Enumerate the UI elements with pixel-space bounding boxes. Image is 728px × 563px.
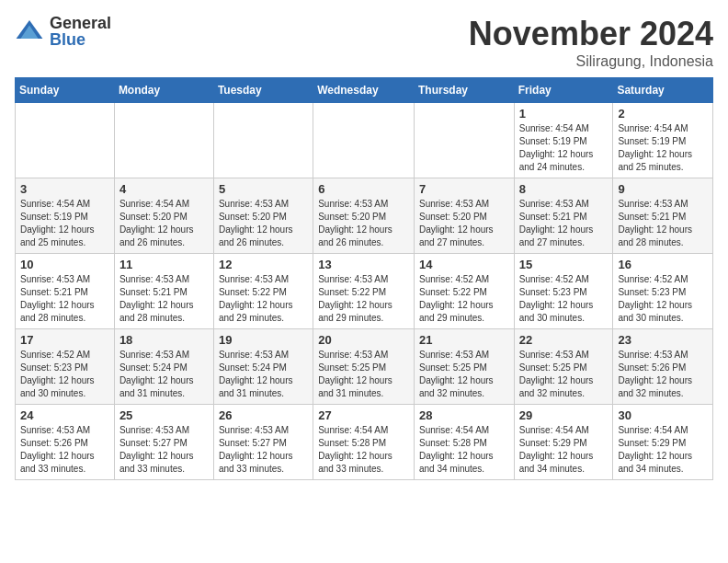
day-number: 14 (419, 258, 509, 271)
day-number: 28 (419, 408, 509, 422)
page-header: General Blue November 2024 Siliragung, I… (15, 15, 713, 70)
calendar-cell: 28Sunrise: 4:54 AM Sunset: 5:28 PM Dayli… (414, 405, 514, 480)
day-info: Sunrise: 4:53 AM Sunset: 5:26 PM Dayligh… (618, 349, 708, 400)
calendar-cell (16, 103, 115, 178)
day-number: 10 (20, 258, 109, 271)
calendar-cell: 6Sunrise: 4:53 AM Sunset: 5:20 PM Daylig… (313, 178, 415, 254)
day-number: 8 (519, 182, 609, 196)
day-info: Sunrise: 4:53 AM Sunset: 5:26 PM Dayligh… (20, 424, 109, 476)
day-info: Sunrise: 4:53 AM Sunset: 5:20 PM Dayligh… (318, 198, 409, 249)
logo: General Blue (15, 15, 111, 48)
calendar-week-row: 24Sunrise: 4:53 AM Sunset: 5:26 PM Dayli… (16, 405, 713, 480)
calendar-cell: 27Sunrise: 4:54 AM Sunset: 5:28 PM Dayli… (313, 405, 415, 480)
calendar-table: SundayMondayTuesdayWednesdayThursdayFrid… (15, 77, 713, 480)
day-number: 21 (419, 333, 509, 347)
calendar-cell: 2Sunrise: 4:54 AM Sunset: 5:19 PM Daylig… (613, 103, 713, 178)
day-number: 20 (318, 333, 409, 347)
day-number: 11 (119, 258, 209, 271)
calendar-cell (114, 103, 213, 178)
calendar-cell: 10Sunrise: 4:53 AM Sunset: 5:21 PM Dayli… (16, 254, 115, 329)
day-info: Sunrise: 4:54 AM Sunset: 5:19 PM Dayligh… (618, 122, 708, 174)
day-number: 1 (519, 107, 609, 121)
day-number: 23 (618, 333, 708, 347)
calendar-cell: 23Sunrise: 4:53 AM Sunset: 5:26 PM Dayli… (613, 329, 713, 405)
day-number: 26 (219, 408, 308, 422)
day-info: Sunrise: 4:53 AM Sunset: 5:24 PM Dayligh… (219, 349, 308, 400)
day-info: Sunrise: 4:53 AM Sunset: 5:27 PM Dayligh… (119, 424, 209, 476)
calendar-cell: 20Sunrise: 4:53 AM Sunset: 5:25 PM Dayli… (313, 329, 415, 405)
day-number: 22 (519, 333, 609, 347)
logo-general: General (50, 15, 111, 31)
day-number: 7 (419, 182, 509, 196)
calendar-cell: 13Sunrise: 4:53 AM Sunset: 5:22 PM Dayli… (313, 254, 415, 329)
day-info: Sunrise: 4:53 AM Sunset: 5:21 PM Dayligh… (20, 273, 109, 325)
calendar-cell: 14Sunrise: 4:52 AM Sunset: 5:22 PM Dayli… (414, 254, 514, 329)
day-info: Sunrise: 4:53 AM Sunset: 5:21 PM Dayligh… (119, 273, 209, 325)
calendar-header-thursday: Thursday (414, 78, 514, 103)
day-info: Sunrise: 4:54 AM Sunset: 5:29 PM Dayligh… (519, 424, 609, 476)
calendar-cell: 7Sunrise: 4:53 AM Sunset: 5:20 PM Daylig… (414, 178, 514, 254)
day-number: 25 (119, 408, 209, 422)
title-block: November 2024 Siliragung, Indonesia (469, 15, 713, 70)
calendar-cell: 11Sunrise: 4:53 AM Sunset: 5:21 PM Dayli… (114, 254, 213, 329)
day-info: Sunrise: 4:53 AM Sunset: 5:25 PM Dayligh… (318, 349, 409, 400)
day-number: 17 (20, 333, 109, 347)
day-info: Sunrise: 4:54 AM Sunset: 5:19 PM Dayligh… (519, 122, 609, 174)
calendar-cell: 29Sunrise: 4:54 AM Sunset: 5:29 PM Dayli… (514, 405, 613, 480)
day-info: Sunrise: 4:53 AM Sunset: 5:21 PM Dayligh… (618, 198, 708, 249)
day-number: 16 (618, 258, 708, 271)
calendar-header-monday: Monday (114, 78, 213, 103)
day-info: Sunrise: 4:53 AM Sunset: 5:20 PM Dayligh… (419, 198, 509, 249)
day-number: 3 (20, 182, 109, 196)
day-number: 4 (119, 182, 209, 196)
calendar-cell: 24Sunrise: 4:53 AM Sunset: 5:26 PM Dayli… (16, 405, 115, 480)
day-info: Sunrise: 4:54 AM Sunset: 5:29 PM Dayligh… (618, 424, 708, 476)
calendar-cell: 8Sunrise: 4:53 AM Sunset: 5:21 PM Daylig… (514, 178, 613, 254)
day-info: Sunrise: 4:52 AM Sunset: 5:22 PM Dayligh… (419, 273, 509, 325)
calendar-week-row: 1Sunrise: 4:54 AM Sunset: 5:19 PM Daylig… (16, 103, 713, 178)
day-info: Sunrise: 4:54 AM Sunset: 5:19 PM Dayligh… (20, 198, 109, 249)
calendar-header-wednesday: Wednesday (313, 78, 415, 103)
calendar-cell: 12Sunrise: 4:53 AM Sunset: 5:22 PM Dayli… (213, 254, 313, 329)
day-number: 5 (219, 182, 308, 196)
calendar-header-saturday: Saturday (613, 78, 713, 103)
calendar-cell: 17Sunrise: 4:52 AM Sunset: 5:23 PM Dayli… (16, 329, 115, 405)
day-number: 29 (519, 408, 609, 422)
day-info: Sunrise: 4:53 AM Sunset: 5:24 PM Dayligh… (119, 349, 209, 400)
day-info: Sunrise: 4:52 AM Sunset: 5:23 PM Dayligh… (618, 273, 708, 325)
calendar-cell (213, 103, 313, 178)
day-number: 27 (318, 408, 409, 422)
day-info: Sunrise: 4:54 AM Sunset: 5:20 PM Dayligh… (119, 198, 209, 249)
day-number: 12 (219, 258, 308, 271)
day-number: 13 (318, 258, 409, 271)
day-info: Sunrise: 4:52 AM Sunset: 5:23 PM Dayligh… (519, 273, 609, 325)
day-info: Sunrise: 4:53 AM Sunset: 5:22 PM Dayligh… (318, 273, 409, 325)
day-number: 9 (618, 182, 708, 196)
logo-blue: Blue (50, 31, 111, 48)
logo-icon (15, 17, 44, 46)
calendar-cell: 26Sunrise: 4:53 AM Sunset: 5:27 PM Dayli… (213, 405, 313, 480)
calendar-cell: 18Sunrise: 4:53 AM Sunset: 5:24 PM Dayli… (114, 329, 213, 405)
day-info: Sunrise: 4:53 AM Sunset: 5:27 PM Dayligh… (219, 424, 308, 476)
calendar-week-row: 17Sunrise: 4:52 AM Sunset: 5:23 PM Dayli… (16, 329, 713, 405)
calendar-header-friday: Friday (514, 78, 613, 103)
day-number: 30 (618, 408, 708, 422)
calendar-week-row: 10Sunrise: 4:53 AM Sunset: 5:21 PM Dayli… (16, 254, 713, 329)
calendar-cell: 16Sunrise: 4:52 AM Sunset: 5:23 PM Dayli… (613, 254, 713, 329)
month-title: November 2024 (469, 15, 713, 53)
day-number: 18 (119, 333, 209, 347)
day-info: Sunrise: 4:54 AM Sunset: 5:28 PM Dayligh… (419, 424, 509, 476)
calendar-cell: 1Sunrise: 4:54 AM Sunset: 5:19 PM Daylig… (514, 103, 613, 178)
calendar-cell: 3Sunrise: 4:54 AM Sunset: 5:19 PM Daylig… (16, 178, 115, 254)
calendar-cell (313, 103, 415, 178)
calendar-cell: 25Sunrise: 4:53 AM Sunset: 5:27 PM Dayli… (114, 405, 213, 480)
logo-text: General Blue (50, 15, 111, 48)
calendar-cell: 5Sunrise: 4:53 AM Sunset: 5:20 PM Daylig… (213, 178, 313, 254)
day-number: 19 (219, 333, 308, 347)
day-number: 2 (618, 107, 708, 121)
day-info: Sunrise: 4:54 AM Sunset: 5:28 PM Dayligh… (318, 424, 409, 476)
calendar-week-row: 3Sunrise: 4:54 AM Sunset: 5:19 PM Daylig… (16, 178, 713, 254)
location: Siliragung, Indonesia (469, 53, 713, 70)
day-number: 15 (519, 258, 609, 271)
calendar-header-sunday: Sunday (16, 78, 115, 103)
